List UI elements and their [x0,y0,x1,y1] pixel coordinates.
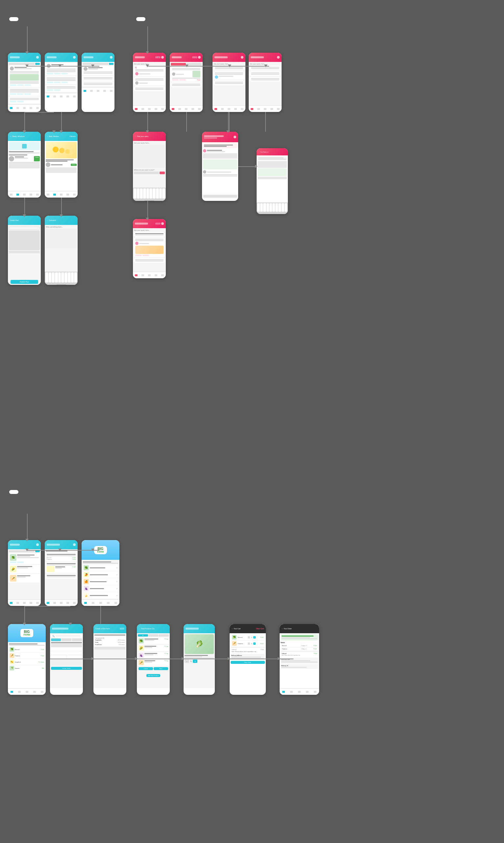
body-wisdom-label [9,17,18,21]
gr2-tabbar [45,599,78,606]
q4-tabbar [249,105,282,112]
bw-detail-tabbar [8,191,41,197]
gr-admin5-header [184,624,215,633]
query-result-phone: Ask your query here... [133,219,166,278]
queries-label [136,17,145,21]
bw1-header [8,53,41,62]
bw-phone-3 [82,53,114,112]
gr-admin4-header: ← Total Products (12) [137,624,170,633]
gr1-header [8,540,41,549]
grocery-admin-4: ← Total Products (12) All 🥦 ₹1 kg 🌽 ₹1 k… [137,624,170,695]
result-tabbar [133,272,166,278]
reply-header: ← Your Reply on [257,148,288,155]
result-header [133,219,166,228]
grocery-order-phone: ← Your Order Items Broccoli 1 kg/g x 2 ₹… [280,624,319,695]
bw-phone-1 [8,53,41,112]
post-query-header: ← Post your query [133,132,166,141]
q2-header [170,53,203,62]
bw-edit-phone: ← Body Wisdom Fullness Follow [45,132,78,197]
bw-edit-header: ← Body Wisdom Fullness [45,132,78,141]
query-phone-2: Reply [170,53,203,112]
bw-publish-phone: Create Post Publish Post [8,216,41,285]
query-phone-4: Ask your query here... [249,53,282,112]
q4-header [249,53,282,62]
publish-btn[interactable]: Publish Post [11,280,38,284]
bw2-tabbar [45,93,78,100]
bw-publish-header: Create Post [8,216,41,225]
q1-header: 🔍 [133,53,166,62]
bw2-header [45,53,78,62]
query-reply-phone: ← Your Reply on [257,148,288,214]
bw-comment-header: ← Comment [45,216,78,225]
bw-comment-phone: ← Comment Write something here... [45,216,78,285]
q1-tabbar [133,105,166,112]
query-thread-phone [202,132,238,201]
grocery-admin-3: Create a New Farm Categorized (4) Vegeta… [93,624,126,695]
grocery-cart-phone: ← Your Cart Clear Cart 🥦 Broccoli - 1 + … [230,624,266,695]
gr-admin3-header: Create a New Farm [93,624,126,633]
bw-detail-header: ← Body Wisdom [8,132,41,141]
grocery-label [9,490,18,494]
gr3-tabbar [82,599,120,606]
bw3-header [82,53,114,62]
grocery-admin-2: 🔍 Create Vendor [50,624,83,695]
gr-admin2-header [50,624,83,633]
q2-tabbar [170,105,203,112]
query-phone-1: 🔍 Ask your query here... Q [133,53,166,112]
query-phone-3: Ask your query here... [213,53,246,112]
gr2-header [45,540,78,549]
gr-admin1-tabbar [8,688,46,695]
q3-tabbar [213,105,246,112]
bw-phone-2 [45,53,78,112]
grocery-admin-5: 🥬 - 1 + [184,624,215,695]
thread-header [202,132,238,142]
bw-detail-phone: ← Body Wisdom Follow [8,132,41,197]
gr-order-tabbar [280,688,319,695]
bw3-tabbar [82,87,114,94]
grocery-admin-1: BIG FARM 🥦 Broccoli ₹240 🥕 Potatoes ₹122… [8,624,46,695]
bw1-tabbar [8,104,41,111]
bw-edit-tabbar [45,191,78,197]
post-query-phone: ← Post your query Ask your query here...… [133,132,166,201]
gr1-tabbar [8,599,41,606]
q3-header [213,53,246,62]
